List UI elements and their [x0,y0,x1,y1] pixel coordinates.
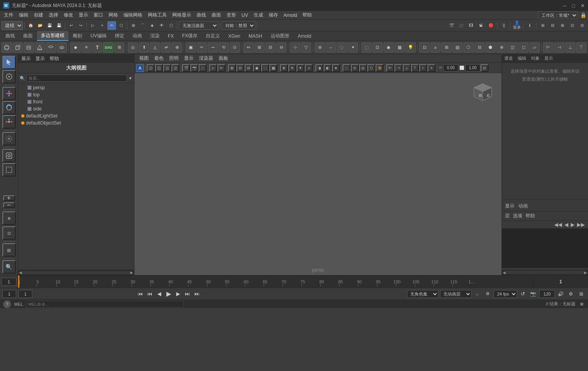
vp-menu-show[interactable]: 显示 [182,54,196,62]
vp-sel-1[interactable]: ▷ [209,64,217,72]
tab-curves[interactable]: 曲线 [2,31,19,40]
mel-input[interactable] [26,301,184,308]
text-btn[interactable]: T [92,42,103,53]
add-btn[interactable]: + [3,195,15,201]
layer-icon-btn[interactable]: ▤ [2,243,16,257]
weld-btn[interactable]: ⊕ [172,42,182,53]
vp-film-1[interactable]: 🎬 [182,64,190,72]
next-frame-btn[interactable]: ▶ [174,290,182,298]
info-btn[interactable]: ℹ [525,21,534,30]
layout-btn-1[interactable]: ⊞ [538,21,547,30]
symmetry-select[interactable]: 对称：禁用 [222,21,255,30]
transform-btn-4[interactable]: ⊤ [576,42,586,53]
play-forward-btn[interactable]: ▶ [164,290,173,298]
layer-arrow-1[interactable]: ◀◀ [554,222,562,228]
anim-settings-btn[interactable]: ⚙ [567,290,575,298]
boolean-btn[interactable]: ⊖ [276,42,287,53]
tab-uv[interactable]: UV编辑 [87,31,111,40]
textured-btn[interactable]: ▦ [394,42,405,53]
vp-film-3[interactable]: 🎥 [199,64,206,72]
sculpt-btn[interactable]: ✦ [348,42,358,53]
menu-create[interactable]: 创建 [31,11,46,19]
vp-light-2[interactable]: ◐ [324,64,332,72]
close-btn[interactable]: ✕ [581,3,585,9]
bevel-btn[interactable]: ◬ [150,42,160,53]
vp-subdiv-3[interactable]: ⊥ [403,64,411,72]
cube-btn[interactable] [13,42,23,53]
vp-disp-4[interactable]: ◉ [253,64,261,72]
goto-start-btn[interactable]: ⏮ [136,290,145,298]
transform-btn-1[interactable]: ⊢ [543,42,553,53]
display-tab[interactable]: 显示 [544,55,553,61]
tree-item-objectset[interactable]: defaultObjectSet [18,119,134,127]
tab-polymodeling[interactable]: 多边形建模 [37,31,68,41]
snap-point-btn[interactable]: ◈ [148,21,157,30]
vp-camera-2[interactable]: ◫ [155,64,163,72]
playback-range-start[interactable] [2,290,16,298]
anim-sub-tab[interactable]: 动画 [518,203,528,209]
help-button[interactable]: ? [3,300,11,308]
tree-item-persp[interactable]: ◫ persp [18,84,134,91]
layer-arrow-2[interactable]: ◀ [564,222,568,228]
scroll-right-btn[interactable]: ▶ [130,270,133,275]
prev-frame-btn[interactable]: ◀ [155,290,164,298]
extra-btn-1[interactable]: ⊕ [496,42,507,53]
tree-item-top[interactable]: ◫ top [18,91,134,98]
object-tab[interactable]: 对象 [531,55,540,61]
nav-cube[interactable]: 前 右 [470,78,496,103]
render-btn-4[interactable]: 📽 [477,21,485,30]
layout-btn-5[interactable]: ⊟ [578,21,586,30]
tab-sculpt[interactable]: 雕刻 [69,31,86,40]
tab-fxcache[interactable]: FX缓存 [178,31,201,40]
render-btn-2[interactable]: 🎥 [457,21,466,30]
layout-btn-2[interactable]: ⊟ [548,21,557,30]
plane-btn[interactable] [46,42,56,53]
open-file-btn[interactable]: 📂 [36,21,44,30]
vp-camera-1[interactable]: ◫ [147,64,155,72]
vp-menu-view[interactable]: 视图 [137,54,151,62]
sphere-btn[interactable] [2,42,12,53]
char-set-select[interactable]: 无角色集 [407,290,439,298]
timeline-frame-input[interactable] [2,278,17,286]
reduce-btn[interactable]: ▽ [301,42,311,53]
search-options-btn[interactable]: ▼ [128,76,133,81]
maximize-btn[interactable]: □ [572,3,575,9]
vp-render-3[interactable]: ◎ [359,64,367,72]
fill-btn[interactable]: ▣ [186,42,196,53]
transform-btn-3[interactable]: ⊥ [565,42,575,53]
menu-modify[interactable]: 修改 [61,11,76,19]
playback-range-end[interactable] [539,290,555,298]
snap-curve-btn[interactable]: ⌒ [138,21,147,30]
multicut-btn[interactable]: ✂ [197,42,207,53]
target-weld-btn[interactable]: ⊛ [315,42,325,53]
vp-sel-2[interactable]: ✏ [218,64,225,72]
channel-tab[interactable]: 通道 [504,55,513,61]
save-as-btn[interactable]: 💾 [55,21,63,30]
hypershade-btn[interactable]: || [500,21,508,30]
auto-key-btn[interactable]: ⬦ [473,290,482,298]
vp-disp-2[interactable]: ⊡ [236,64,244,72]
select-tool-btn[interactable] [2,56,16,69]
shaded-btn[interactable]: ◉ [383,42,394,53]
vp-menu-shading[interactable]: 着色 [152,54,166,62]
render-btn-3[interactable]: 🎞 [467,21,476,30]
transform-btn-2[interactable]: ⊣ [554,42,564,53]
prev-key-btn[interactable]: ⏮ [146,290,154,298]
lasso-btn[interactable]: ⌖ [98,21,107,30]
save-btn[interactable]: 💾 [45,21,54,30]
vp-render-1[interactable]: ◌ [343,64,350,72]
paint-select-btn[interactable]: ✏ [107,21,116,30]
outliner-menu-show[interactable]: 展示 [21,55,31,62]
status-expand-btn[interactable]: ⊞ [579,301,585,307]
vp-light-3[interactable]: ● [332,64,340,72]
menu-meshdisplay[interactable]: 网格显示 [170,11,194,19]
grid-btn-left[interactable]: ⊡ [2,226,16,240]
key-settings-btn[interactable]: ⚙ [483,290,492,298]
menu-file[interactable]: 文件 [2,11,16,19]
active-curve-select[interactable]: 无激活曲面 [179,21,218,30]
vp-disp-3[interactable]: ⊟ [245,64,253,72]
paint-btn[interactable]: ⬟ [485,42,496,53]
menu-generate[interactable]: 生成 [251,11,265,19]
move-tool-btn[interactable] [2,87,16,100]
layer-menu-layers[interactable]: 层 [505,213,510,219]
